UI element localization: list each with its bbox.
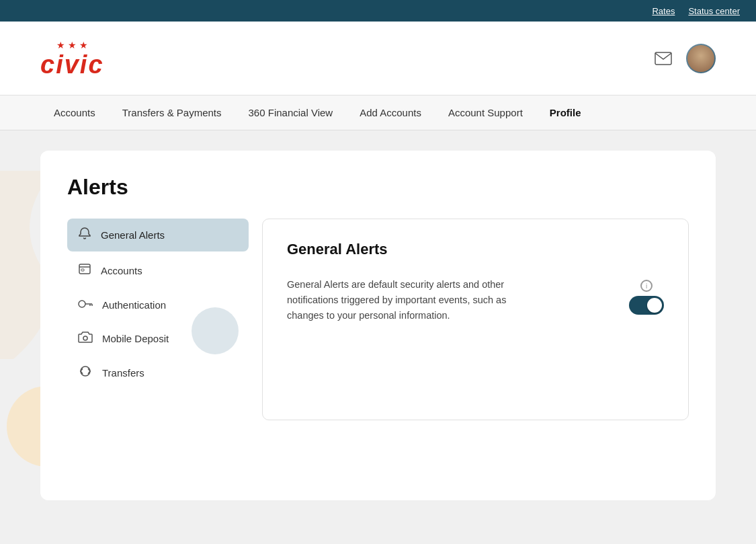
main-nav: Accounts Transfers & Payments 360 Financ… [0,95,756,130]
bell-icon [78,227,91,243]
menu-item-authentication-label: Authentication [102,299,166,311]
status-center-link[interactable]: Status center [688,6,740,16]
nav-item-transfers[interactable]: Transfers & Payments [109,95,235,130]
alerts-body: General Alerts Accounts [67,219,689,420]
camera-icon [78,331,93,346]
accounts-icon [78,262,91,279]
avatar-image [687,45,714,72]
page-title: Alerts [67,175,689,200]
menu-item-general-alerts-label: General Alerts [101,229,165,241]
nav-item-financial[interactable]: 360 Financial View [235,95,347,130]
alerts-menu: General Alerts Accounts [67,219,249,389]
menu-item-mobile-deposit-label: Mobile Deposit [102,333,169,344]
nav-item-profile[interactable]: Profile [536,95,595,130]
top-bar: Rates Status center [0,0,756,22]
logo-stars: ★ ★ ★ [56,40,88,50]
mail-button[interactable] [651,46,675,71]
main-content: Alerts General Alerts [0,130,756,544]
header: ★ ★ ★ civic [0,22,756,95]
logo-star-2: ★ [68,40,77,50]
nav-item-support[interactable]: Account Support [435,95,536,130]
avatar[interactable] [686,44,716,73]
nav-item-add-accounts[interactable]: Add Accounts [346,95,435,130]
civic-logo: ★ ★ ★ civic [40,40,104,77]
info-symbol: i [646,282,647,290]
toggle-knob [647,298,662,313]
menu-item-general-alerts[interactable]: General Alerts [67,219,249,251]
menu-item-accounts[interactable]: Accounts [67,254,249,287]
info-icon[interactable]: i [640,280,653,292]
logo-star-1: ★ [56,40,65,50]
transfers-icon [78,365,93,381]
general-alerts-toggle[interactable] [629,296,664,315]
nav-item-accounts[interactable]: Accounts [40,95,109,130]
panel-controls: i [629,277,664,315]
svg-rect-1 [79,264,90,274]
svg-point-4 [79,301,85,307]
logo-star-3: ★ [79,40,88,50]
logo-area: ★ ★ ★ civic [40,40,104,77]
logo-text: civic [40,52,104,77]
panel-title: General Alerts [287,241,664,258]
key-icon [78,298,93,312]
svg-point-8 [83,336,87,340]
alerts-card: Alerts General Alerts [40,151,716,500]
menu-item-accounts-label: Accounts [101,265,142,276]
svg-rect-3 [81,269,84,271]
general-alerts-panel: General Alerts General Alerts are defaul… [262,219,689,420]
menu-item-mobile-deposit[interactable]: Mobile Deposit [67,323,249,354]
svg-rect-0 [655,52,671,65]
menu-item-transfers-label: Transfers [102,367,144,379]
menu-item-transfers[interactable]: Transfers [67,357,249,389]
menu-item-authentication[interactable]: Authentication [67,290,249,320]
panel-description: General Alerts are default security aler… [287,277,542,324]
panel-row: General Alerts are default security aler… [287,277,664,324]
header-icons [651,44,716,73]
rates-link[interactable]: Rates [652,6,675,16]
